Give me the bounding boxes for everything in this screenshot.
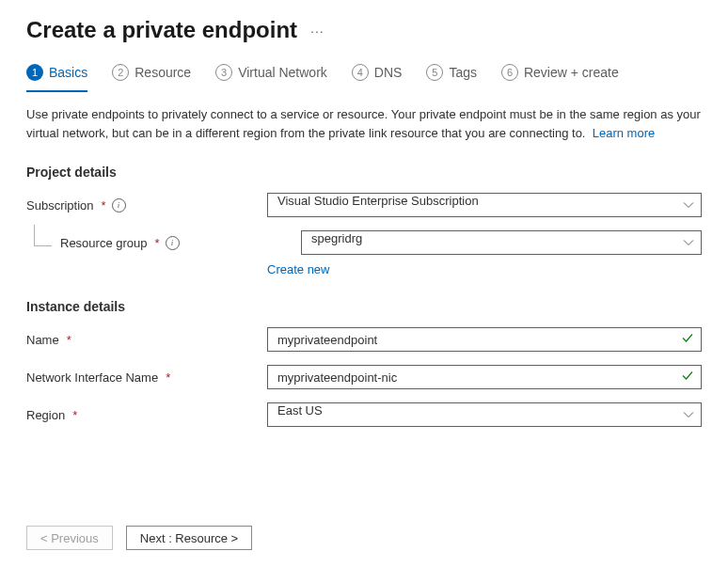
tab-review-create[interactable]: 6 Review + create: [501, 64, 619, 92]
step-number-icon: 2: [112, 64, 129, 81]
resource-group-label: Resource group: [60, 236, 148, 250]
required-icon: *: [102, 198, 106, 213]
create-new-link[interactable]: Create new: [267, 262, 329, 276]
page-title: Create a private endpoint: [26, 17, 297, 43]
description-text: Use private endpoints to privately conne…: [26, 105, 702, 142]
resource-group-select[interactable]: spegridrg: [301, 230, 702, 255]
learn-more-link[interactable]: Learn more: [593, 126, 655, 140]
required-icon: *: [72, 408, 77, 422]
tab-label: Tags: [449, 65, 477, 80]
region-label: Region: [26, 408, 65, 422]
nic-name-input[interactable]: [267, 365, 702, 389]
tab-resource[interactable]: 2 Resource: [112, 64, 191, 92]
tab-label: DNS: [374, 65, 403, 80]
tab-label: Review + create: [524, 65, 619, 80]
tab-label: Basics: [49, 65, 87, 80]
step-number-icon: 6: [501, 64, 518, 81]
subscription-select[interactable]: Visual Studio Enterprise Subscription: [267, 193, 702, 217]
tab-label: Virtual Network: [238, 65, 327, 80]
more-actions-icon[interactable]: ···: [310, 24, 324, 39]
tab-tags[interactable]: 5 Tags: [426, 64, 477, 92]
wizard-tabs: 1 Basics 2 Resource 3 Virtual Network 4 …: [26, 64, 702, 92]
info-icon[interactable]: i: [166, 236, 180, 250]
info-icon[interactable]: i: [112, 198, 126, 213]
tab-dns[interactable]: 4 DNS: [352, 64, 403, 92]
section-heading-instance: Instance details: [26, 299, 702, 314]
required-icon: *: [67, 333, 71, 347]
step-number-icon: 3: [215, 64, 232, 81]
previous-button: < Previous: [26, 526, 113, 550]
required-icon: *: [155, 236, 160, 250]
section-heading-project: Project details: [26, 165, 702, 180]
step-number-icon: 1: [26, 64, 43, 81]
required-icon: *: [166, 370, 170, 385]
step-number-icon: 4: [352, 64, 369, 81]
name-label: Name: [26, 333, 59, 347]
nic-name-label: Network Interface Name: [26, 370, 158, 385]
tab-label: Resource: [135, 65, 191, 80]
next-button[interactable]: Next : Resource >: [126, 526, 252, 550]
name-input[interactable]: [267, 327, 702, 352]
step-number-icon: 5: [426, 64, 443, 81]
region-select[interactable]: East US: [267, 402, 702, 427]
subscription-label: Subscription: [26, 198, 94, 213]
tab-basics[interactable]: 1 Basics: [26, 64, 87, 92]
tab-virtual-network[interactable]: 3 Virtual Network: [215, 64, 327, 92]
